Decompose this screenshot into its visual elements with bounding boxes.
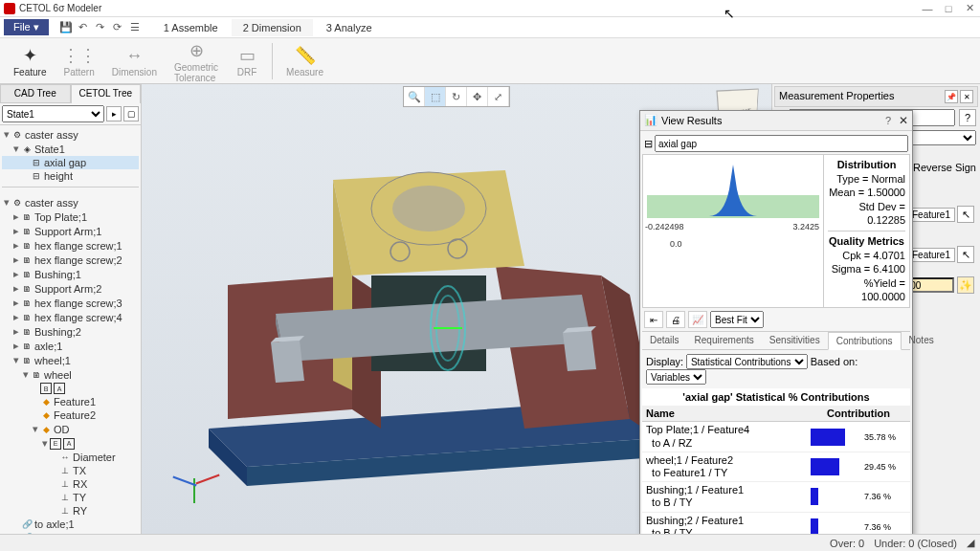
tree-prop[interactable]: ⊥TY — [2, 491, 139, 504]
fit-dropdown[interactable]: Best Fit — [710, 311, 764, 328]
wand-button[interactable]: ✨ — [957, 276, 974, 294]
measure-button[interactable]: 📏 Measure — [278, 42, 331, 79]
close-window-button[interactable]: ✕ — [963, 2, 976, 15]
tree-feature1[interactable]: ◆Feature1 — [2, 395, 139, 408]
table-row[interactable]: Bushing;1 / Feature1 to B / TY7.36 % — [642, 482, 910, 512]
pan-icon[interactable]: ✥ — [467, 87, 488, 106]
tree-datum[interactable]: BA — [2, 382, 139, 395]
fit-icon[interactable]: ⤢ — [488, 87, 509, 106]
tab-requirements[interactable]: Requirements — [687, 332, 762, 349]
select-icon[interactable]: ⬚ — [425, 87, 446, 106]
feature1-button[interactable]: Feature1 — [907, 208, 955, 222]
tab-notes[interactable]: Notes — [902, 332, 942, 349]
tree-od[interactable]: ▾◆OD — [2, 422, 139, 436]
col-name: Name — [646, 408, 811, 419]
tree-item[interactable]: ▸🗎axle;1 — [2, 339, 139, 353]
state-icon: ◈ — [21, 143, 33, 155]
nav-first-icon[interactable]: ⇤ — [644, 311, 663, 328]
tree-prop[interactable]: ↔Diameter — [2, 451, 139, 464]
tree-prop[interactable]: ⊥RX — [2, 477, 139, 491]
tree-feature2[interactable]: ◆Feature2 — [2, 408, 139, 422]
dimension-button[interactable]: ↔ Dimension — [104, 42, 165, 79]
bottom-tree: ▾⚙caster assy ▸🗎Top Plate;1 ▸🗎Support Ar… — [0, 193, 141, 534]
arrow-button[interactable]: ↖ — [957, 246, 974, 263]
measure-icon: 📏 — [294, 44, 317, 67]
file-menu[interactable]: File ▾ — [4, 19, 49, 35]
drf-button[interactable]: ▭ DRF — [228, 42, 266, 79]
tree-root[interactable]: ▾⚙caster assy — [2, 127, 139, 142]
svg-marker-17 — [271, 341, 304, 383]
tree-wheel[interactable]: ▾🗎wheel;1 — [2, 353, 139, 367]
minimize-button[interactable]: — — [921, 2, 934, 15]
tab-cad-tree[interactable]: CAD Tree — [0, 84, 71, 103]
tab-contributions[interactable]: Contributions — [828, 332, 902, 350]
maximize-button[interactable]: □ — [942, 2, 955, 15]
tree-wheel-sub[interactable]: ▾🗎wheel — [2, 367, 139, 382]
state-btn-2[interactable]: ▢ — [123, 106, 139, 121]
tick-left: -0.242498 — [645, 222, 684, 231]
state-btn-1[interactable]: ▸ — [106, 106, 122, 121]
ribbon-panel: ✦ Feature ⋮⋮ Pattern ↔ Dimension ⊕ Geome… — [0, 38, 980, 84]
undo-icon[interactable]: ↶ — [76, 20, 91, 35]
dialog-close-icon[interactable]: ✕ — [899, 114, 908, 127]
arrow-button[interactable]: ↖ — [957, 206, 974, 223]
tab-dimension[interactable]: 2 Dimension — [232, 19, 313, 36]
y-axis-icon — [193, 478, 195, 503]
tab-assemble[interactable]: 1 Assemble — [152, 19, 230, 36]
tree-height[interactable]: ⊟height — [2, 169, 139, 183]
tree-item[interactable]: ▸🗎hex flange screw;4 — [2, 310, 139, 324]
tab-details[interactable]: Details — [642, 332, 687, 349]
dialog-titlebar[interactable]: 📊 View Results ? ✕ — [640, 111, 912, 131]
row-bar — [811, 456, 864, 477]
status-under: Under: 0 (Closed) — [874, 538, 957, 549]
tree-item[interactable]: ▸🗎Bushing;1 — [2, 267, 139, 281]
zoom-icon[interactable]: 🔍 — [404, 87, 425, 106]
state-bar: State1 ▸ ▢ — [0, 103, 141, 125]
tree-item[interactable]: ▸🗎Support Arm;1 — [2, 224, 139, 238]
pin-icon[interactable]: 📌 — [945, 90, 958, 103]
feature-button[interactable]: ✦ Feature — [6, 42, 54, 79]
tree-item[interactable]: ▸🗎Support Arm;2 — [2, 281, 139, 296]
tree-item[interactable]: ▸🗎Top Plate;1 — [2, 209, 139, 224]
redo-icon[interactable]: ↷ — [93, 20, 108, 35]
list-icon[interactable]: ☰ — [127, 20, 143, 35]
tree-root-2[interactable]: ▾⚙caster assy — [2, 195, 139, 209]
table-row[interactable]: wheel;1 / Feature2 to Feature1 / TY29.45… — [642, 452, 910, 482]
tab-cetol-tree[interactable]: CETOL Tree — [71, 84, 142, 103]
rotate-icon[interactable]: ↻ — [446, 87, 467, 106]
tree-prop[interactable]: ⊥RY — [2, 504, 139, 518]
tree-item[interactable]: ▸🗎hex flange screw;1 — [2, 238, 139, 253]
axis-triad — [170, 457, 218, 505]
based-on-dropdown[interactable]: Variables — [646, 369, 706, 385]
chart-icon[interactable]: 📈 — [688, 311, 707, 328]
tree-item[interactable]: ▸🗎hex flange screw;2 — [2, 253, 139, 267]
dialog-help[interactable]: ? — [885, 115, 891, 126]
drf-icon: ▭ — [235, 44, 258, 67]
state-dropdown[interactable]: State1 — [2, 105, 104, 122]
tree-axial-gap[interactable]: ⊟axial gap — [2, 156, 139, 169]
pattern-icon: ⋮⋮ — [68, 44, 91, 67]
save-icon[interactable]: 💾 — [58, 20, 74, 35]
tree-item[interactable]: ▸🗎hex flange screw;3 — [2, 296, 139, 310]
tab-analyze[interactable]: 3 Analyze — [315, 19, 384, 36]
dialog-name-input[interactable] — [655, 135, 908, 152]
close-panel-icon[interactable]: ✕ — [960, 90, 973, 103]
feature1-button-2[interactable]: Feature1 — [907, 248, 955, 262]
top-tree: ▾⚙caster assy ▾◈State1 ⊟axial gap ⊟heigh… — [0, 125, 141, 193]
print-icon[interactable]: 🖨 — [666, 311, 685, 328]
display-dropdown[interactable]: Statistical Contributions — [686, 354, 808, 369]
tree-prop[interactable]: ⊥TX — [2, 464, 139, 477]
tree-state[interactable]: ▾◈State1 — [2, 142, 139, 156]
tree-item[interactable]: ▸🗎Bushing;2 — [2, 324, 139, 339]
help-button[interactable]: ? — [959, 109, 976, 126]
geometric-tolerance-icon: ⊕ — [185, 39, 208, 62]
geometric-tolerance-button[interactable]: ⊕ Geometric Tolerance — [167, 37, 226, 85]
pattern-button[interactable]: ⋮⋮ Pattern — [56, 42, 101, 79]
refresh-icon[interactable]: ⟳ — [110, 20, 125, 35]
tab-sensitivities[interactable]: Sensitivities — [762, 332, 828, 349]
measure-icon: ⊟ — [31, 170, 42, 182]
tree-ea[interactable]: ▾EA — [2, 436, 139, 451]
table-row[interactable]: Top Plate;1 / Feature4 to A / RZ35.78 % — [642, 422, 910, 452]
separator — [272, 43, 273, 79]
tree-ref[interactable]: 🔗to axle;1 — [2, 518, 139, 531]
